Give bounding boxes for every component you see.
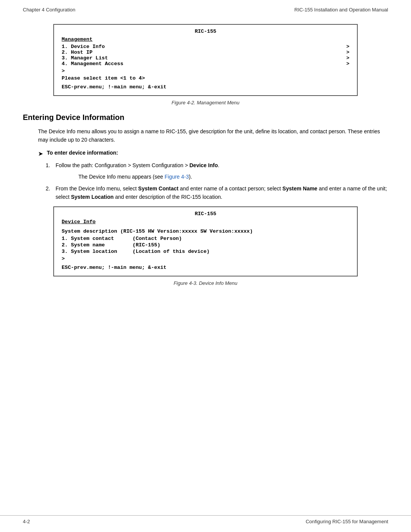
page: Chapter 4 Configuration RIC-155 Installa… (0, 0, 411, 532)
figure3-link[interactable]: Figure 4-3 (164, 174, 189, 180)
page-footer: 4-2 Configuring RIC-155 for Management (0, 515, 411, 524)
figure2-item-1-arrow: > (346, 44, 349, 50)
step-2-bold2: System Name (282, 185, 317, 192)
step-1-bold: Device Info (190, 162, 218, 168)
figure3-item-1: 1. System contact (Contact Person) (62, 236, 349, 241)
figure2-item-2-arrow: > (346, 50, 349, 55)
step-1-sub: The Device Info menu appears (see Figure… (78, 173, 388, 181)
figure3-item-2: 2. System name (RIC-155) (62, 242, 349, 248)
page-header: Chapter 4 Configuration RIC-155 Installa… (0, 0, 411, 16)
numbered-list: 1. Follow the path: Configuration > Syst… (46, 161, 388, 201)
footer-right: Configuring RIC-155 for Management (306, 519, 388, 524)
figure2-item-2: 2. Host IP > (62, 50, 349, 55)
figure3-item-3: 3. System location (Location of this dev… (62, 249, 349, 254)
figure3-terminal-box: RIC-155 Device Info System description (… (53, 206, 358, 276)
step-2-num: 2. (46, 184, 56, 193)
figure2-item-4-label: 4. Management Access (62, 61, 123, 67)
step-2-bold3: System Location (71, 194, 113, 200)
step-1-num: 1. (46, 161, 56, 169)
figure2-item-3: 3. Manager List > (62, 55, 349, 61)
step-2-text: From the Device Info menu, select System… (56, 184, 388, 201)
figure2-item-3-label: 3. Manager List (62, 55, 108, 61)
figure3-section-title: Device Info (62, 219, 349, 225)
footer-left: 4-2 (23, 519, 30, 524)
arrow-bullet: ➤ To enter device information: (38, 150, 388, 157)
figure2-item-4: 4. Management Access > (62, 61, 349, 67)
step-2-bold1: System Contact (138, 185, 178, 192)
header-left: Chapter 4 Configuration (23, 7, 75, 13)
arrow-icon: ➤ (38, 150, 43, 157)
step-1-text: Follow the path: Configuration > System … (56, 161, 219, 169)
figure2-caption: Figure 4-2. Management Menu (23, 100, 388, 105)
figure3-prompt: > (62, 256, 349, 262)
header-right: RIC-155 Installation and Operation Manua… (295, 7, 388, 13)
figure2-prompt: > (62, 68, 349, 74)
figure2-esc-text: ESC-prev.menu; !-main menu; &-exit (62, 84, 349, 90)
step-2: 2. From the Device Info menu, select Sys… (46, 184, 388, 201)
figure2-item-1: 1. Device Info > (62, 44, 349, 50)
figure3-esc-text: ESC-prev.menu; !-main menu; &-exit (62, 265, 349, 270)
figure2-title: RIC-155 (62, 29, 349, 34)
step-1: 1. Follow the path: Configuration > Syst… (46, 161, 388, 169)
figure2-item-3-arrow: > (346, 55, 349, 61)
figure2-item-2-label: 2. Host IP (62, 50, 92, 55)
figure2-item-1-label: 1. Device Info (62, 44, 105, 50)
main-content: RIC-155 Management 1. Device Info > 2. H… (0, 16, 411, 316)
figure3-description: System description (RIC-155 HW Version:x… (62, 228, 349, 234)
figure3-title: RIC-155 (62, 211, 349, 217)
figure2-select-text: Please select item <1 to 4> (62, 75, 349, 81)
figure3-caption: Figure 4-3. Device Info Menu (23, 280, 388, 286)
section-heading: Entering Device Information (23, 113, 388, 122)
figure2-item-4-arrow: > (346, 61, 349, 67)
bullet-label: To enter device information: (47, 150, 118, 156)
figure2-terminal-box: RIC-155 Management 1. Device Info > 2. H… (53, 24, 358, 96)
figure2-section-title: Management (62, 37, 349, 42)
section-body-text: The Device Info menu allows you to assig… (38, 127, 388, 144)
